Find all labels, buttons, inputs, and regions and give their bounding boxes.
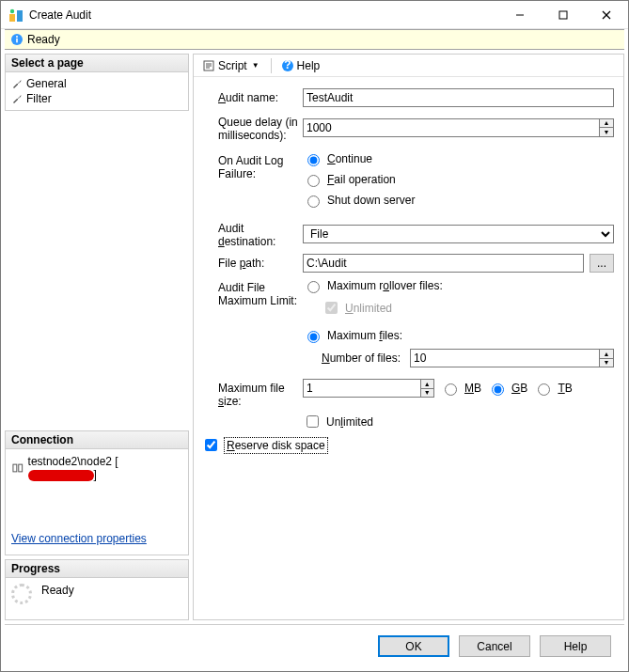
destination-label: Audit destination: [218,219,303,248]
audit-name-label: Audit name: [218,88,303,107]
radio-fail-operation[interactable]: Fail operation [303,172,415,187]
queue-delay-label: Queue delay (in milliseconds): [218,113,303,142]
spin-up-icon[interactable]: ▲ [600,350,613,359]
svg-point-8 [16,36,18,38]
help-button[interactable]: ? Help [278,57,323,74]
spin-down-icon[interactable]: ▼ [421,389,433,398]
help-button-footer[interactable]: Help [540,635,611,657]
radio-gb[interactable]: GB [487,381,527,396]
toolbar: Script ▼ ? Help [194,55,623,77]
status-text: Ready [27,33,60,46]
svg-rect-11 [19,464,23,472]
check-unlimited-rollover: Unlimited [322,299,614,317]
redacted-text [28,470,94,481]
main-panel: Script ▼ ? Help Audit name: Queue d [193,54,624,620]
close-button[interactable] [585,1,628,29]
form-area: Audit name: Queue delay (in milliseconds… [194,77,623,619]
radio-continue[interactable]: Continue [303,151,415,166]
spin-up-icon[interactable]: ▲ [600,119,613,129]
wrench-icon [11,78,23,89]
radio-shutdown[interactable]: Shut down server [303,193,415,208]
svg-text:?: ? [284,59,291,71]
titlebar: Create Audit [1,1,628,29]
svg-rect-1 [17,10,23,22]
progress-panel: Progress Ready [5,559,189,620]
max-size-label: Maximum file size: [218,379,303,430]
dialog-footer: OK Cancel Help [5,624,624,667]
radio-max-files[interactable]: Maximum files: [303,328,614,343]
spin-down-icon[interactable]: ▼ [600,359,613,367]
num-files-input[interactable] [411,350,599,367]
window-title: Create Audit [29,8,498,22]
queue-delay-spinner[interactable]: ▲▼ [303,118,614,137]
radio-mb[interactable]: MB [440,381,481,396]
wrench-icon [11,93,23,104]
page-label: General [26,77,67,90]
script-button[interactable]: Script ▼ [199,57,264,74]
page-filter[interactable]: Filter [11,91,182,106]
progress-text: Ready [41,584,74,597]
on-failure-label: On Audit Log Failure: [218,151,303,208]
radio-max-rollover[interactable]: Maximum rollover files: [303,278,614,293]
connection-panel: Connection testnode2\node2 [] View conne… [5,430,189,555]
audit-name-input[interactable] [303,88,614,107]
create-audit-window: Create Audit Ready Select a page General [0,0,629,672]
info-icon [10,33,24,46]
check-reserve-disk[interactable]: Reserve disk space [201,436,327,454]
select-page-header: Select a page [6,55,188,72]
max-limit-label: Audit File Maximum Limit: [218,278,303,367]
spin-up-icon[interactable]: ▲ [421,380,433,389]
radio-tb[interactable]: TB [533,381,572,396]
svg-rect-4 [559,11,567,19]
svg-rect-9 [16,39,18,43]
svg-rect-0 [9,14,15,22]
script-icon [202,59,215,72]
toolbar-separator [271,58,272,73]
ok-button[interactable]: OK [378,635,449,657]
progress-header: Progress [6,560,188,578]
chevron-down-icon[interactable]: ▼ [250,61,261,70]
destination-select[interactable]: File [303,225,614,243]
num-files-spinner[interactable]: ▲▼ [410,349,614,367]
spin-down-icon[interactable]: ▼ [600,128,613,136]
sidebar: Select a page General Filter Connection [5,54,189,620]
minimize-button[interactable] [498,1,542,29]
help-label: Help [297,59,321,72]
connection-header: Connection [6,431,188,449]
cancel-button[interactable]: Cancel [459,635,530,657]
server-icon [11,461,24,475]
connection-info: testnode2\node2 [] [11,453,182,483]
queue-delay-input[interactable] [304,119,599,136]
script-label: Script [218,59,247,72]
maximize-button[interactable] [542,1,585,29]
check-size-unlimited[interactable]: Unlimited [303,413,373,430]
status-strip: Ready [5,29,624,50]
browse-button[interactable]: ... [590,254,614,273]
svg-point-2 [10,8,14,12]
connection-prefix: testnode2\node2 [ [28,455,118,468]
num-files-label: Number of files: [322,352,401,365]
progress-spinner-icon [11,584,32,604]
view-connection-properties-link[interactable]: View connection properties [11,532,147,545]
max-size-spinner[interactable]: ▲▼ [303,379,434,398]
path-label: File path: [218,254,303,273]
page-label: Filter [26,92,52,105]
svg-rect-10 [13,464,17,472]
app-icon [8,8,24,23]
help-icon: ? [281,59,294,72]
connection-suffix: ] [94,468,97,481]
page-general[interactable]: General [11,76,182,91]
select-page-panel: Select a page General Filter [5,54,189,111]
path-input[interactable] [303,254,584,273]
max-size-input[interactable] [304,380,420,397]
